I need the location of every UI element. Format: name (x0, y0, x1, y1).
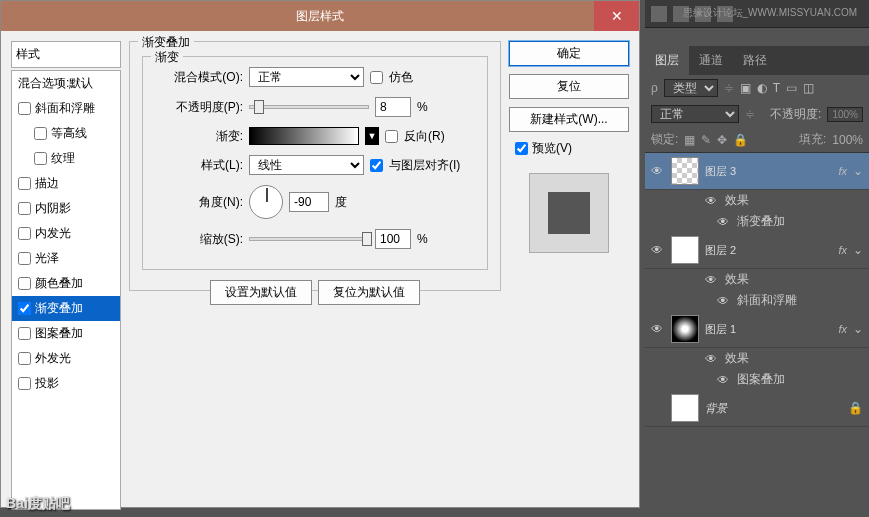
fx-badge[interactable]: fx (838, 244, 847, 256)
style-checkbox[interactable] (18, 377, 31, 390)
reverse-checkbox[interactable] (385, 130, 398, 143)
style-checkbox[interactable] (18, 102, 31, 115)
style-item[interactable]: 外发光 (12, 346, 120, 371)
visibility-icon[interactable]: 👁 (651, 322, 665, 336)
style-checkbox[interactable] (18, 177, 31, 190)
opacity-input[interactable] (375, 97, 411, 117)
visibility-icon[interactable]: 👁 (717, 294, 731, 308)
panel-opacity-label: 不透明度: (770, 106, 821, 123)
chevron-down-icon[interactable]: ⌄ (853, 164, 863, 178)
filter-type-icon[interactable]: T (773, 81, 780, 95)
angle-input[interactable] (289, 192, 329, 212)
effects-header[interactable]: 👁效果 (645, 348, 869, 369)
visibility-icon[interactable]: 👁 (651, 243, 665, 257)
ps-side-panel: 思缘设计论坛_WWW.MISSYUAN.COM 图层 通道 路径 ρ 类型 ≑ … (645, 0, 869, 517)
new-style-button[interactable]: 新建样式(W)... (509, 107, 629, 132)
style-checkbox[interactable] (18, 227, 31, 240)
layer-row[interactable]: 👁图层 3fx⌄ (645, 153, 869, 190)
style-select[interactable]: 线性 (249, 155, 364, 175)
close-button[interactable]: ✕ (594, 1, 639, 31)
style-item[interactable]: 光泽 (12, 246, 120, 271)
style-label: 渐变叠加 (35, 300, 83, 317)
lock-icon: 🔒 (848, 401, 863, 415)
layer-thumbnail[interactable] (671, 394, 699, 422)
style-checkbox[interactable] (18, 277, 31, 290)
style-checkbox[interactable] (18, 327, 31, 340)
make-default-button[interactable]: 设置为默认值 (210, 280, 312, 305)
gradient-picker[interactable] (249, 127, 359, 145)
style-item[interactable]: 渐变叠加 (12, 296, 120, 321)
visibility-icon[interactable]: 👁 (717, 215, 731, 229)
style-item[interactable]: 等高线 (12, 121, 120, 146)
scale-slider[interactable] (249, 237, 369, 241)
fx-badge[interactable]: fx (838, 323, 847, 335)
style-checkbox[interactable] (34, 127, 47, 140)
visibility-icon[interactable]: 👁 (705, 273, 719, 287)
effects-header[interactable]: 👁效果 (645, 269, 869, 290)
filter-adjust-icon[interactable]: ◐ (757, 81, 767, 95)
layer-row[interactable]: 👁图层 2fx⌄ (645, 232, 869, 269)
style-checkbox[interactable] (18, 202, 31, 215)
style-item[interactable]: 内发光 (12, 221, 120, 246)
chevron-down-icon[interactable]: ⌄ (853, 243, 863, 257)
visibility-icon[interactable]: 👁 (717, 373, 731, 387)
filter-smart-icon[interactable]: ◫ (803, 81, 814, 95)
lock-all-icon[interactable]: 🔒 (733, 133, 748, 147)
blend-mode-panel-select[interactable]: 正常 (651, 105, 739, 123)
tab-channels[interactable]: 通道 (689, 46, 733, 75)
fx-badge[interactable]: fx (838, 165, 847, 177)
scale-input[interactable] (375, 229, 411, 249)
style-item[interactable]: 描边 (12, 171, 120, 196)
dialog-titlebar[interactable]: 图层样式 ✕ (1, 1, 639, 31)
layer-thumbnail[interactable] (671, 236, 699, 264)
ok-button[interactable]: 确定 (509, 41, 629, 66)
style-checkbox[interactable] (18, 252, 31, 265)
effect-item[interactable]: 👁斜面和浮雕 (645, 290, 869, 311)
visibility-icon[interactable]: 👁 (705, 352, 719, 366)
styles-header[interactable]: 样式 (11, 41, 121, 68)
style-item[interactable]: 斜面和浮雕 (12, 96, 120, 121)
angle-dial[interactable] (249, 185, 283, 219)
effect-item[interactable]: 👁渐变叠加 (645, 211, 869, 232)
panel-opacity-value[interactable]: 100% (827, 107, 863, 122)
tab-paths[interactable]: 路径 (733, 46, 777, 75)
lock-position-icon[interactable]: ✥ (717, 133, 727, 147)
style-checkbox[interactable] (18, 302, 31, 315)
style-item[interactable]: 投影 (12, 371, 120, 396)
reset-default-button[interactable]: 复位为默认值 (318, 280, 420, 305)
watermark-bottom-left: Bai度贴吧 (6, 495, 70, 513)
gradient-dropdown-icon[interactable]: ▼ (365, 127, 379, 145)
reverse-label: 反向(R) (404, 128, 445, 145)
tab-layers[interactable]: 图层 (645, 46, 689, 75)
visibility-icon[interactable]: 👁 (651, 164, 665, 178)
lock-paint-icon[interactable]: ✎ (701, 133, 711, 147)
blending-options-item[interactable]: 混合选项:默认 (12, 71, 120, 96)
style-checkbox[interactable] (34, 152, 47, 165)
tool-icon[interactable] (651, 6, 667, 22)
align-checkbox[interactable] (370, 159, 383, 172)
style-item[interactable]: 图案叠加 (12, 321, 120, 346)
dither-checkbox[interactable] (370, 71, 383, 84)
style-item[interactable]: 颜色叠加 (12, 271, 120, 296)
kind-select[interactable]: 类型 (664, 79, 718, 97)
visibility-icon[interactable]: 👁 (705, 194, 719, 208)
layer-row[interactable]: 👁图层 1fx⌄ (645, 311, 869, 348)
fill-value[interactable]: 100% (832, 133, 863, 147)
background-layer-row[interactable]: 背景 🔒 (645, 390, 869, 427)
gradient-label: 渐变: (153, 128, 243, 145)
effect-item[interactable]: 👁图案叠加 (645, 369, 869, 390)
filter-image-icon[interactable]: ▣ (740, 81, 751, 95)
style-checkbox[interactable] (18, 352, 31, 365)
cancel-button[interactable]: 复位 (509, 74, 629, 99)
style-item[interactable]: 纹理 (12, 146, 120, 171)
layer-thumbnail[interactable] (671, 157, 699, 185)
preview-checkbox[interactable] (515, 142, 528, 155)
effects-header[interactable]: 👁效果 (645, 190, 869, 211)
filter-shape-icon[interactable]: ▭ (786, 81, 797, 95)
style-item[interactable]: 内阴影 (12, 196, 120, 221)
chevron-down-icon[interactable]: ⌄ (853, 322, 863, 336)
layer-thumbnail[interactable] (671, 315, 699, 343)
blend-mode-select[interactable]: 正常 (249, 67, 364, 87)
opacity-slider[interactable] (249, 105, 369, 109)
lock-pixels-icon[interactable]: ▦ (684, 133, 695, 147)
